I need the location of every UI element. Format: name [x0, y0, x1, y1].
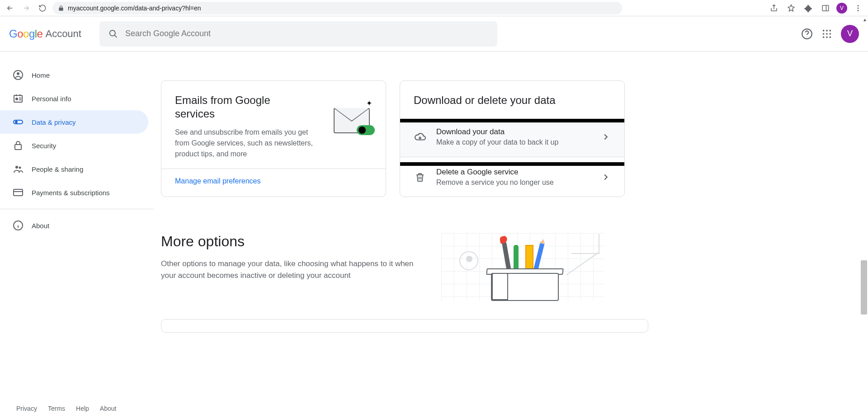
svg-point-22 [15, 166, 18, 169]
download-your-data-item[interactable]: Download your data Make a copy of your d… [400, 117, 624, 157]
side-panel-icon[interactable] [819, 2, 832, 14]
extensions-icon[interactable] [802, 2, 815, 14]
search-box[interactable] [99, 21, 497, 47]
svg-rect-17 [14, 95, 22, 102]
google-account-logo[interactable]: Google Account [9, 28, 81, 40]
chevron-right-icon [601, 172, 611, 182]
download-title: Download your data [436, 127, 591, 136]
more-options-title: More options [161, 233, 414, 250]
help-icon[interactable] [801, 28, 813, 40]
back-button[interactable] [4, 2, 16, 14]
svg-point-8 [830, 29, 831, 31]
svg-point-3 [858, 7, 859, 9]
reload-button[interactable] [36, 2, 49, 14]
sidebar-item-data-privacy[interactable]: Data & privacy [0, 110, 148, 134]
sidebar-item-label: Payments & subscriptions [32, 189, 110, 197]
url-text: myaccount.google.com/data-and-privacy?hl… [68, 5, 201, 12]
svg-point-12 [823, 36, 825, 38]
sidebar-item-label: About [32, 222, 49, 230]
apps-grid-icon[interactable] [822, 29, 832, 39]
account-label: Account [45, 28, 81, 40]
bookmark-star-icon[interactable] [785, 2, 797, 14]
browser-profile-avatar[interactable]: V [836, 3, 847, 14]
sidebar-item-people-sharing[interactable]: People & sharing [0, 157, 148, 181]
download-delete-card: Download or delete your data Download yo… [400, 80, 625, 197]
sidebar-item-security[interactable]: Security [0, 134, 148, 157]
sidebar-item-label: People & sharing [32, 165, 83, 173]
emails-card-title: Emails from Google services [175, 94, 311, 121]
emails-card: Emails from Google services See and unsu… [161, 80, 386, 197]
search-icon [108, 29, 118, 39]
person-circle-icon [13, 70, 24, 80]
main-content: Emails from Google services See and unsu… [154, 52, 656, 351]
sidebar-item-label: Security [32, 142, 56, 150]
cloud-download-icon [414, 131, 426, 143]
svg-point-11 [830, 33, 831, 35]
toggle-icon [13, 117, 24, 127]
delete-service-subtitle: Remove a service you no longer use [436, 178, 591, 187]
svg-point-4 [858, 9, 859, 11]
email-illustration: ✦ [331, 99, 375, 135]
more-options-section: More options Other options to manage you… [161, 233, 648, 301]
svg-point-18 [16, 98, 18, 100]
svg-rect-21 [15, 145, 21, 150]
sidebar-item-label: Personal info [32, 95, 71, 103]
app-header: Google Account V [0, 16, 868, 52]
toolbox-illustration [441, 233, 604, 301]
svg-point-20 [15, 121, 18, 123]
scroll-up-arrow[interactable]: ▲ [863, 17, 867, 22]
forward-button[interactable] [20, 2, 33, 14]
sidebar-nav: Home Personal info Data & privacy Securi… [0, 52, 154, 351]
sidebar-divider [0, 209, 154, 209]
svg-point-7 [826, 29, 828, 31]
sidebar-item-home[interactable]: Home [0, 63, 148, 87]
chevron-right-icon [601, 132, 611, 142]
svg-rect-0 [822, 5, 829, 11]
sidebar-item-about[interactable]: About [0, 214, 148, 237]
more-options-subtitle: Other options to manage your data, like … [161, 258, 414, 281]
share-icon[interactable] [768, 2, 780, 14]
svg-point-10 [826, 33, 828, 35]
lock-icon [58, 5, 64, 11]
svg-point-13 [826, 36, 828, 38]
download-subtitle: Make a copy of your data to back it up [436, 138, 591, 146]
emails-card-subtitle: See and unsubscribe from emails you get … [175, 127, 315, 160]
account-avatar[interactable]: V [841, 25, 859, 43]
card-icon [13, 187, 24, 198]
download-card-title: Download or delete your data [414, 94, 611, 107]
svg-point-16 [17, 72, 19, 75]
svg-point-23 [19, 167, 21, 169]
delete-service-title: Delete a Google service [436, 168, 591, 177]
browser-menu-icon[interactable] [852, 2, 864, 14]
manage-email-preferences-link[interactable]: Manage email preferences [175, 177, 260, 185]
sidebar-item-payments[interactable]: Payments & subscriptions [0, 181, 148, 204]
search-input[interactable] [125, 29, 488, 38]
sidebar-item-personal-info[interactable]: Personal info [0, 87, 148, 110]
id-card-icon [13, 93, 24, 104]
sidebar-item-label: Data & privacy [32, 118, 76, 126]
lock-icon [13, 140, 24, 151]
svg-point-6 [823, 29, 825, 31]
trash-icon [414, 172, 426, 183]
svg-point-9 [823, 33, 825, 35]
sidebar-item-label: Home [32, 71, 50, 79]
svg-point-2 [858, 5, 859, 6]
svg-point-14 [830, 36, 831, 38]
info-icon [13, 220, 24, 231]
browser-toolbar: myaccount.google.com/data-and-privacy?hl… [0, 0, 868, 16]
people-icon [13, 164, 24, 174]
additional-card [161, 319, 648, 333]
delete-google-service-item[interactable]: Delete a Google service Remove a service… [400, 157, 624, 197]
address-bar[interactable]: myaccount.google.com/data-and-privacy?hl… [52, 2, 622, 14]
scrollbar-thumb[interactable] [861, 260, 867, 314]
svg-rect-24 [14, 189, 23, 196]
